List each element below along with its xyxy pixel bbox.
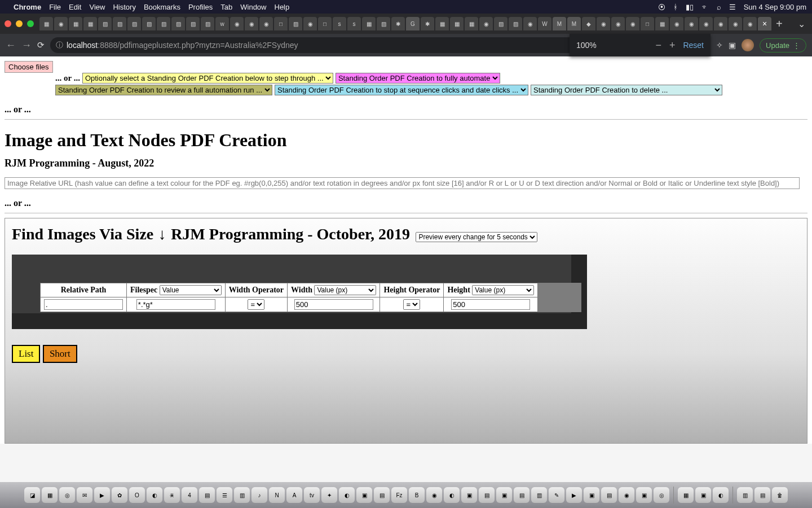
select-review-run[interactable]: Standing Order PDF Creation to review a … [55, 85, 272, 95]
tab-close[interactable]: × [758, 17, 771, 30]
pinned-tab[interactable]: ◉ [523, 17, 537, 30]
pinned-tab[interactable]: ◆ [582, 17, 595, 30]
pinned-tab[interactable]: □ [318, 17, 332, 30]
menu-file[interactable]: File [49, 3, 61, 11]
pinned-tab[interactable]: ▦ [39, 17, 53, 30]
pinned-tab[interactable]: w [215, 17, 229, 30]
preview-select[interactable]: Preview every change for 5 seconds [416, 232, 537, 242]
pinned-tab[interactable]: ◉ [714, 17, 727, 30]
window-fullscreen[interactable] [27, 20, 34, 27]
wifi-icon[interactable]: ᯤ [701, 3, 709, 11]
pinned-tab[interactable]: ▦ [450, 17, 464, 30]
pinned-tab[interactable]: ◉ [54, 17, 68, 30]
app-menu-chrome[interactable]: Chrome [14, 3, 41, 11]
menu-history[interactable]: History [113, 3, 135, 11]
width-input[interactable] [294, 299, 373, 310]
zoom-reset[interactable]: Reset [683, 41, 704, 50]
pinned-tab[interactable]: ▨ [113, 17, 126, 30]
select-stop-sequence[interactable]: Standing Order PDF Creation to stop at s… [275, 85, 528, 95]
pinned-tab[interactable]: ◉ [611, 17, 625, 30]
pinned-tab[interactable]: M [553, 17, 566, 30]
extensions-icon[interactable]: ✧ [716, 41, 723, 50]
pinned-tab[interactable]: ▨ [509, 17, 522, 30]
pinned-tab[interactable]: ✱ [421, 17, 434, 30]
pinned-tab[interactable]: ▦ [435, 17, 449, 30]
pinned-tab[interactable]: ▨ [201, 17, 214, 30]
pinned-tab[interactable]: s [333, 17, 346, 30]
pinned-tab[interactable]: ▨ [157, 17, 170, 30]
select-fully-automate[interactable]: Standing Order PDF Creation to fully aut… [336, 73, 500, 84]
pinned-tab[interactable]: ◉ [699, 17, 713, 30]
menu-edit[interactable]: Edit [69, 3, 81, 11]
pinned-tab[interactable]: ◉ [303, 17, 317, 30]
window-minimize[interactable] [16, 20, 23, 27]
reload-button[interactable]: ⟳ [37, 40, 45, 50]
tab-overflow-icon[interactable]: ⌄ [798, 19, 805, 29]
pinned-tab[interactable]: □ [274, 17, 288, 30]
new-tab-button[interactable]: + [776, 17, 783, 30]
select-delete[interactable]: Standing Order PDF Creation to delete ..… [531, 85, 722, 95]
clock[interactable]: Sun 4 Sep 9:00 pm [744, 3, 806, 11]
menu-tab[interactable]: Tab [220, 3, 232, 11]
pinned-tab[interactable]: ▨ [377, 17, 390, 30]
control-center-icon[interactable]: ☰ [729, 3, 736, 11]
height-header-select[interactable]: Value (px) [472, 285, 534, 295]
choose-files-button[interactable]: Choose files [5, 61, 53, 73]
relative-path-input[interactable] [44, 299, 123, 310]
pinned-tab[interactable]: ▨ [494, 17, 508, 30]
width-operator-select[interactable]: = [248, 299, 264, 310]
bluetooth-icon[interactable]: ᚼ [673, 3, 678, 11]
profile-avatar[interactable] [742, 39, 754, 51]
pinned-tab[interactable]: ▦ [69, 17, 82, 30]
pinned-tab[interactable]: ◉ [626, 17, 639, 30]
width-header-select[interactable]: Value (px) [314, 285, 376, 295]
pinned-tab[interactable]: ◉ [670, 17, 683, 30]
pinned-tab[interactable]: □ [641, 17, 654, 30]
filespec-input[interactable] [136, 299, 215, 310]
pinned-tab[interactable]: ◉ [597, 17, 610, 30]
pinned-tab[interactable]: ▦ [83, 17, 97, 30]
pinned-tab[interactable]: ▨ [98, 17, 112, 30]
select-optional-standing-order[interactable]: Optionally select a Standing Order PDF C… [82, 73, 333, 84]
menu-bookmarks[interactable]: Bookmarks [144, 3, 180, 11]
pinned-tab[interactable]: ▨ [186, 17, 200, 30]
battery-icon[interactable]: ▮▯ [686, 3, 694, 11]
short-button[interactable]: Short [43, 345, 77, 363]
pinned-tab[interactable]: s [347, 17, 361, 30]
pinned-tab[interactable]: ▦ [655, 17, 669, 30]
pinned-tab[interactable]: ▨ [289, 17, 302, 30]
height-input[interactable] [451, 299, 530, 310]
pinned-tab[interactable]: ◉ [729, 17, 742, 30]
pinned-tab[interactable]: W [538, 17, 551, 30]
height-operator-select[interactable]: = [403, 299, 420, 310]
menu-profiles[interactable]: Profiles [188, 3, 213, 11]
pinned-tab[interactable]: ▨ [127, 17, 141, 30]
pinned-tab[interactable]: ◉ [230, 17, 244, 30]
list-button[interactable]: List [12, 345, 40, 363]
filespec-header-select[interactable]: Value [160, 285, 222, 295]
pinned-tab[interactable]: ▨ [171, 17, 185, 30]
site-info-icon[interactable]: ⓘ [56, 40, 63, 50]
pinned-tab[interactable]: G [406, 17, 420, 30]
search-icon[interactable]: ⌕ [717, 3, 721, 11]
update-button[interactable]: Update⋮ [760, 38, 806, 52]
pinned-tab[interactable]: ◉ [743, 17, 757, 30]
pinned-tab[interactable]: M [567, 17, 581, 30]
zoom-out[interactable]: − [655, 40, 661, 51]
pinned-tab[interactable]: ▨ [142, 17, 156, 30]
image-url-input[interactable] [5, 177, 800, 189]
screenrec-icon[interactable]: ⦿ [658, 3, 665, 11]
back-button[interactable]: ← [6, 40, 16, 51]
pinned-tab[interactable]: ▦ [465, 17, 478, 30]
menu-view[interactable]: View [89, 3, 105, 11]
pinned-tab[interactable]: ◉ [245, 17, 258, 30]
pinned-tab[interactable]: ▦ [362, 17, 376, 30]
pinned-tab[interactable]: ◉ [479, 17, 493, 30]
menu-help[interactable]: Help [275, 3, 290, 11]
menu-window[interactable]: Window [240, 3, 266, 11]
pinned-tab[interactable]: ◉ [685, 17, 698, 30]
zoom-in[interactable]: + [669, 40, 676, 51]
pinned-tab[interactable]: ◉ [259, 17, 273, 30]
forward-button[interactable]: → [21, 40, 32, 51]
pinned-tab[interactable]: ✱ [391, 17, 405, 30]
